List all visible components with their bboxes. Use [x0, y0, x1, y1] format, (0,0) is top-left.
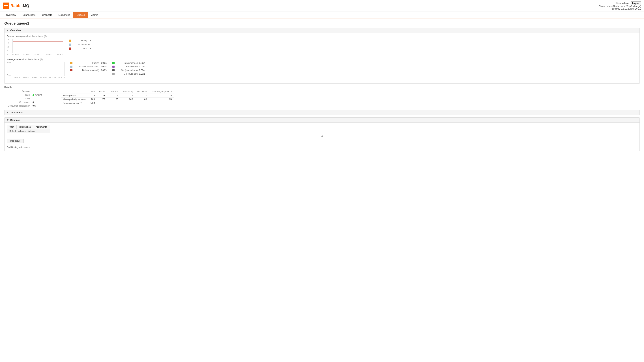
- messages-persistent: 0: [135, 94, 149, 98]
- message-rates-chart-note: (chart: last minute): [22, 58, 40, 61]
- legend-deliver-manual: Deliver (manual ack) 0.00/s: [70, 66, 106, 68]
- page-header: RabbitMQ User: admin Log out Cluster: ra…: [0, 0, 644, 12]
- rates-left-legend: Publish 0.00/s Deliver (manual ack) 0.00…: [70, 62, 106, 72]
- queued-messages-x-labels: 09:38:3009:38:4009:38:5009:39:0009:39:10: [12, 54, 63, 55]
- details-title: Details: [4, 86, 640, 88]
- legend-publish-value: 0.00/s: [101, 62, 106, 64]
- legend-unacked: Unacked 0: [69, 43, 91, 46]
- main-content: Queue queue1 Overview Queued messages (c…: [0, 18, 644, 156]
- detail-consumer-utilisation-value: 0%: [32, 104, 55, 108]
- nav-channels[interactable]: Channels: [39, 12, 55, 18]
- overview-section-header[interactable]: Overview: [4, 28, 640, 33]
- legend-consumer-ack: Consumer ack 0.00/s: [112, 62, 145, 64]
- logo-text: RabbitMQ: [10, 4, 29, 8]
- legend-get-auto-label: Get (auto ack): [116, 72, 138, 75]
- bindings-table: From Routing key Arguments (Default exch…: [7, 125, 50, 133]
- legend-deliver-auto: Deliver (auto ack) 0.00/s: [70, 69, 106, 72]
- queued-messages-legend: Ready 16 Unacked 0 Total 16: [69, 40, 91, 50]
- legend-get-auto-color: [112, 73, 114, 75]
- col-header-transient: Transient, Paged Out: [149, 90, 174, 94]
- detail-policy-label: Policy: [4, 97, 32, 100]
- message-rates-chart: [14, 62, 64, 76]
- messages-total: 16: [88, 94, 97, 98]
- detail-consumer-utilisation-row: Consumer utilisation (?) 0%: [4, 104, 55, 108]
- detail-consumers-label: Consumers: [4, 100, 32, 104]
- legend-redelivered-color: [112, 66, 114, 68]
- consumers-collapse-arrow: [7, 112, 8, 114]
- detail-consumers-row: Consumers 0: [4, 100, 55, 104]
- detail-state-row: State running: [4, 93, 55, 97]
- process-memory-unacked: [108, 101, 120, 105]
- queued-messages-title: Queued messages: [7, 35, 25, 38]
- process-memory-total: 54kB: [88, 101, 97, 105]
- legend-unacked-label: Unacked: [72, 43, 87, 46]
- legend-deliver-auto-color: [70, 69, 72, 71]
- nav-connections[interactable]: Connections: [19, 12, 39, 18]
- process-memory-in-memory: [120, 101, 135, 105]
- cluster-name: rabbit@instance-mr20isp0: [606, 5, 632, 8]
- details-left: Features State running Policy Co: [4, 90, 55, 108]
- col-header-ready: Ready: [97, 90, 108, 94]
- message-rates-help: (?): [40, 58, 43, 61]
- status-dot: [32, 94, 34, 96]
- logo-icon: [3, 2, 10, 9]
- body-bytes-in-memory: 26B: [120, 98, 135, 101]
- body-bytes-persistent: 0B: [135, 98, 149, 101]
- rates-right-legend: Consumer ack 0.00/s Redelivered 0.00/s G…: [112, 62, 145, 75]
- consumers-section: Consumers: [4, 110, 640, 115]
- user-label: User:: [616, 2, 622, 4]
- legend-ready-color: [69, 40, 71, 42]
- col-header-persistent: Persistent: [135, 90, 149, 94]
- body-bytes-ready: 26B: [97, 98, 108, 101]
- detail-policy-value: [32, 97, 55, 100]
- detail-features-value: [32, 90, 55, 93]
- legend-total-value: 16: [88, 47, 91, 50]
- add-binding-label: Add binding to this queue: [7, 146, 637, 148]
- queued-messages-chart-row: 20151050 09:38:3009:38:4009:38:5009:: [7, 39, 637, 55]
- legend-get-manual-value: 0.00/s: [139, 69, 145, 72]
- queued-messages-chart-note: (chart: last minute): [26, 35, 43, 38]
- bindings-header-row: From Routing key Arguments: [7, 125, 50, 129]
- legend-get-auto-value: 0.00/s: [139, 72, 145, 75]
- details-grid: Features State running Policy Co: [4, 90, 640, 108]
- nav-exchanges[interactable]: Exchanges: [55, 12, 73, 18]
- legend-get-auto: Get (auto ack) 0.00/s: [112, 72, 145, 75]
- legend-ready-label: Ready: [72, 40, 87, 42]
- logout-button[interactable]: Log out: [631, 2, 641, 5]
- legend-consumer-ack-label: Consumer ack: [116, 62, 138, 64]
- details-right: Total Ready Unacked In memory Persistent…: [61, 90, 174, 108]
- header-info: User: admin Log out Cluster: rabbit@inst…: [598, 2, 641, 10]
- nav-admin[interactable]: Admin: [88, 12, 101, 18]
- change-cluster-link[interactable]: (change): [632, 5, 641, 8]
- message-rates-x-labels: 09:38:2009:38:3009:38:4009:38:5009:39:00…: [14, 76, 64, 78]
- bindings-arrow-down: ⇓: [7, 134, 637, 138]
- legend-ready-value: 16: [88, 40, 91, 42]
- detail-features-row: Features: [4, 90, 55, 93]
- nav-queues[interactable]: Queues: [73, 12, 88, 18]
- overview-section-body: Queued messages (chart: last minute) (?)…: [4, 33, 640, 84]
- detail-policy-row: Policy: [4, 97, 55, 100]
- overview-section-label: Overview: [10, 29, 21, 32]
- table-row-process-memory: Process memory (?) 54kB: [61, 101, 174, 105]
- legend-unacked-color: [69, 44, 71, 46]
- bindings-section-header[interactable]: Bindings: [4, 118, 640, 123]
- message-rates-row: 1.0/s0.0/s 09:38:2009:38:3009:38:4009:38…: [7, 62, 637, 78]
- nav-overview[interactable]: Overview: [3, 12, 19, 18]
- details-table-header-row: Total Ready Unacked In memory Persistent…: [61, 90, 174, 94]
- col-header-in-memory: In memory: [120, 90, 135, 94]
- legend-ready: Ready 16: [69, 40, 91, 42]
- bindings-expand-arrow: [7, 120, 8, 121]
- col-header-total: Total: [88, 90, 97, 94]
- detail-consumer-utilisation-label: Consumer utilisation (?): [4, 104, 32, 108]
- body-bytes-transient: 0B: [149, 98, 174, 101]
- version-info: RabbitMQ 3.6.10, Erlang 20.2.2: [610, 8, 641, 10]
- consumers-section-header[interactable]: Consumers: [4, 110, 640, 115]
- bindings-section: Bindings From Routing key Arguments (Def…: [4, 118, 640, 151]
- process-memory-transient: [149, 101, 174, 105]
- table-row-messages: Messages (?) 16 16 0 16 0 0: [61, 94, 174, 98]
- svg-rect-3: [13, 39, 63, 53]
- legend-total-label: Total: [72, 47, 87, 50]
- main-nav: Overview Connections Channels Exchanges …: [0, 12, 644, 18]
- detail-state-value: running: [32, 93, 55, 97]
- queued-messages-help: (?): [44, 35, 47, 38]
